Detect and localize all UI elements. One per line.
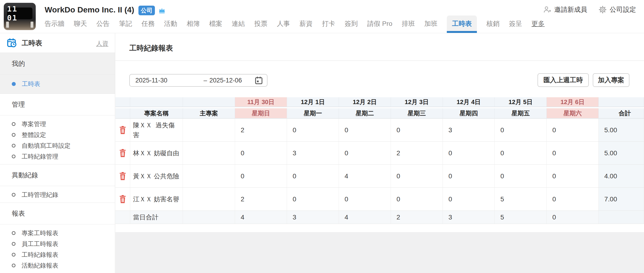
hours-cell: 0: [391, 165, 443, 188]
delete-row-button[interactable]: [116, 188, 130, 211]
circle-bullet-icon: [12, 253, 16, 256]
sidebar-group: 工時管理紀錄: [0, 186, 115, 203]
nav-item-排班[interactable]: 排班: [402, 19, 415, 33]
date-from-field[interactable]: 2025-11-30: [136, 77, 204, 84]
sidebar-app-title: 工時表: [22, 38, 42, 48]
sidebar-item-label: 專案管理: [22, 120, 46, 128]
sidebar-item-工時紀錄管理[interactable]: 工時紀錄管理: [0, 151, 115, 162]
nav-item-核銷[interactable]: 核銷: [486, 19, 500, 33]
sidebar-item-活動紀錄報表[interactable]: 活動紀錄報表: [0, 260, 115, 271]
sidebar-item-自動填寫工時設定[interactable]: 自動填寫工時設定: [0, 140, 115, 151]
sidebar-item-員工工時報表[interactable]: 員工工時報表: [0, 238, 115, 249]
nav-item-檔案[interactable]: 檔案: [209, 19, 222, 33]
header-weekday: 星期三: [391, 108, 443, 119]
logo-clock: 11 01: [7, 8, 32, 19]
header-spacer-parent: [183, 97, 235, 107]
nav-item-任務[interactable]: 任務: [142, 19, 155, 33]
sidebar-item-label: 工時表: [22, 80, 40, 88]
nav-item-人事[interactable]: 人事: [277, 19, 290, 33]
daily-total-cell: 0: [547, 211, 599, 224]
nav-item-簽到[interactable]: 簽到: [344, 19, 358, 33]
hours-cell: 3: [287, 142, 339, 165]
nav-item-更多[interactable]: 更多: [532, 19, 544, 33]
header-weekday: 星期二: [339, 108, 391, 119]
hours-cell: 0: [339, 119, 391, 142]
add-person-icon: [543, 6, 552, 14]
timesheet-calendar-icon: [6, 38, 17, 48]
hours-cell: 0: [495, 165, 547, 188]
sidebar-section-title: 報表: [0, 203, 115, 224]
trash-icon: [119, 149, 126, 158]
hours-cell: 0: [547, 142, 599, 165]
header-total: 合計: [599, 108, 644, 119]
date-to-field[interactable]: 2025-12-06: [210, 77, 254, 84]
sidebar-item-工時管理紀錄[interactable]: 工時管理紀錄: [0, 189, 115, 200]
row-total-cell: 5.00: [599, 119, 644, 142]
header-weekday: 星期六: [547, 108, 599, 119]
nav-item-告示牆[interactable]: 告示牆: [45, 19, 64, 33]
sidebar-item-整體設定[interactable]: 整體設定: [0, 130, 115, 140]
logo-speaker-left: [6, 22, 9, 28]
nav-item-公告[interactable]: 公告: [96, 19, 110, 33]
nav-item-投票[interactable]: 投票: [254, 19, 268, 33]
sidebar-item-專案管理[interactable]: 專案管理: [0, 119, 115, 130]
hours-cell: 0: [287, 188, 339, 211]
nav-item-相簿[interactable]: 相簿: [186, 19, 200, 33]
top-bar: 11 01 WorkDo Demo Inc. II (4) 公司 邀請新成員: [0, 0, 644, 33]
import-last-week-button[interactable]: 匯入上週工時: [538, 73, 589, 87]
delete-row-button[interactable]: [116, 165, 130, 188]
sidebar-item-工時紀錄報表[interactable]: 工時紀錄報表: [0, 249, 115, 260]
gear-icon: [598, 6, 607, 14]
header-date: 12月 3日: [391, 97, 443, 107]
header-date: 12月 4日: [443, 97, 495, 107]
sidebar-item-label: 自動填寫工時設定: [22, 142, 70, 150]
hr-link[interactable]: 人資: [96, 40, 108, 48]
nav-item-薪資[interactable]: 薪資: [300, 19, 312, 33]
nav-item-打卡[interactable]: 打卡: [322, 19, 335, 33]
timesheet-report-table: 11月 30日12月 1日12月 2日12月 3日12月 4日12月 5日12月…: [116, 97, 644, 224]
add-project-button[interactable]: 加入專案: [593, 73, 630, 87]
daily-total-cell: 4: [235, 211, 287, 224]
circle-bullet-icon: [12, 122, 16, 126]
nav-item-加班[interactable]: 加班: [424, 19, 438, 33]
nav-item-活動[interactable]: 活動: [164, 19, 177, 33]
hours-cell: 0: [339, 188, 391, 211]
content-footer-area: [116, 232, 644, 273]
topbar-actions: 邀請新成員 公司設定: [543, 5, 636, 14]
sidebar-item-專案工時報表[interactable]: 專案工時報表: [0, 228, 115, 238]
project-name-cell: 江ＸＸ 妨害名譽: [130, 188, 183, 211]
project-name-cell: 林ＸＸ 妨礙自由: [130, 142, 183, 165]
daily-total-cell: 4: [339, 211, 391, 224]
nav-item-連結[interactable]: 連結: [232, 19, 245, 33]
total-row-label: 當日合計: [130, 211, 183, 224]
sidebar-section-title: 管理: [0, 94, 115, 115]
hours-cell: 2: [235, 119, 287, 142]
invite-member-button[interactable]: 邀請新成員: [543, 5, 587, 14]
hours-cell: 0: [443, 142, 495, 165]
nav-item-簽呈[interactable]: 簽呈: [509, 19, 522, 33]
nav-item-聊天[interactable]: 聊天: [74, 19, 87, 33]
delete-row-button[interactable]: [116, 119, 130, 142]
sidebar-header: 工時表 人資: [0, 33, 115, 53]
sidebar-item-label: 活動紀錄報表: [22, 262, 58, 270]
calendar-icon[interactable]: [254, 76, 263, 85]
date-range-picker[interactable]: 2025-11-30 – 2025-12-06: [129, 74, 268, 87]
sidebar-item-label: 整體設定: [22, 131, 46, 139]
company-settings-button[interactable]: 公司設定: [598, 5, 636, 14]
sidebar-item-工時表[interactable]: 工時表: [0, 79, 40, 90]
nav-item-工時表[interactable]: 工時表: [447, 16, 477, 33]
total-row-total: [599, 211, 644, 224]
parent-project-cell: [183, 142, 235, 165]
hours-cell: 0: [287, 119, 339, 142]
header-spacer-total: [599, 97, 644, 107]
nav-item-筆記[interactable]: 筆記: [119, 19, 132, 33]
hours-cell: 0: [287, 165, 339, 188]
company-logo[interactable]: 11 01: [4, 3, 36, 30]
delete-row-button[interactable]: [116, 142, 130, 165]
hours-cell: 0: [547, 165, 599, 188]
header-spacer-delete: [116, 97, 130, 107]
nav-item-請假-Pro[interactable]: 請假 Pro: [367, 19, 392, 33]
header-weekday: 星期日: [235, 108, 287, 119]
sidebar-item-label: 專案工時報表: [22, 229, 58, 237]
total-row-parent: [183, 211, 235, 224]
